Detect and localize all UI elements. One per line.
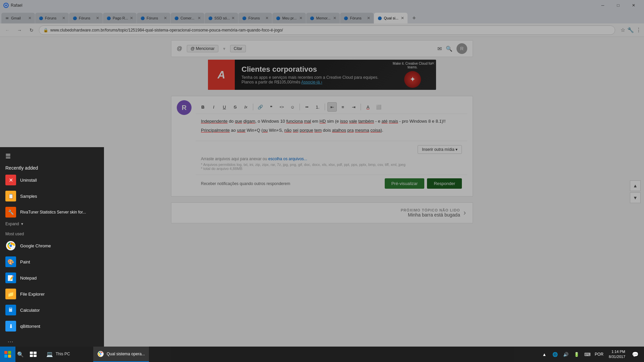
app-item-qbittorrent[interactable]: ⬇ qBittorrent — [0, 318, 104, 334]
paint-icon: 🎨 — [5, 256, 16, 267]
expand-chevron-icon: ▾ — [21, 222, 23, 226]
app-name-chrome: Google Chrome — [20, 243, 51, 248]
recently-added-label: Recently added — [0, 163, 104, 172]
hamburger-menu-icon[interactable]: ☰ — [5, 153, 11, 160]
app-item-uninstall[interactable]: ✕ Uninstall — [0, 172, 104, 188]
taskbar-app-chrome[interactable]: Qual sistema opera... — [93, 347, 149, 362]
win-logo-sq1 — [4, 351, 7, 354]
app-name-paint: Paint — [20, 259, 30, 264]
svg-rect-10 — [34, 355, 37, 357]
expand-button[interactable]: Expand ▾ — [0, 220, 104, 229]
win-logo-sq3 — [4, 355, 7, 358]
uninstall-icon: ✕ — [5, 175, 16, 185]
qbittorrent-icon: ⬇ — [5, 321, 16, 331]
network-icon[interactable]: 🌐 — [550, 350, 560, 359]
battery-icon[interactable]: 🔋 — [572, 350, 581, 359]
rivatuner-icon: 🔧 — [5, 207, 16, 218]
app-item-calc[interactable]: 🖩 Calculator — [0, 302, 104, 318]
app-item-notepad[interactable]: 📝 Notepad — [0, 270, 104, 286]
win-logo-sq2 — [8, 351, 11, 354]
expand-label: Expand — [5, 222, 19, 226]
start-menu: ☰ Recently added ✕ Uninstall 📋 Samples 🔧… — [0, 147, 104, 347]
chrome-taskbar-icon — [97, 351, 104, 357]
samples-icon: 📋 — [5, 191, 16, 201]
taskbar-search-icon[interactable]: 🔍 — [15, 347, 25, 362]
app-name-samples: Samples — [20, 194, 37, 199]
volume-icon[interactable]: 🔊 — [561, 350, 571, 359]
app-name-calc: Calculator — [20, 308, 40, 313]
start-button[interactable] — [0, 347, 15, 362]
svg-point-13 — [100, 353, 102, 355]
taskbar-clock: 1:14 PM 8/31/2017 — [606, 349, 628, 360]
start-menu-header: ☰ — [0, 147, 104, 163]
taskbar-apps: 💻 This PC Qual sistema opera... — [41, 347, 537, 362]
svg-rect-7 — [30, 352, 33, 354]
notepad-icon: 📝 — [5, 273, 16, 283]
app-name-qbittorrent: qBittorrent — [20, 324, 40, 329]
app-item-explorer[interactable]: 📁 File Explorer — [0, 286, 104, 302]
app-name-notepad: Notepad — [20, 276, 37, 281]
chrome-icon — [5, 240, 16, 251]
taskbar: 🔍 💻 This PC Qual si — [0, 347, 644, 362]
app-item-rivatuner[interactable]: 🔧 RivaTuner Statistics Server skin for..… — [0, 204, 104, 220]
svg-rect-8 — [34, 352, 37, 354]
taskbar-date: 8/31/2017 — [609, 354, 625, 359]
notification-center-button[interactable]: 💬 — [629, 347, 641, 362]
taskbar-time: 1:14 PM — [609, 349, 625, 354]
app-item-samples[interactable]: 📋 Samples — [0, 188, 104, 204]
taskbar-app-thispc[interactable]: 💻 This PC — [42, 347, 93, 362]
more-apps-icon: … — [5, 337, 13, 344]
thispc-icon: 💻 — [46, 351, 53, 357]
keyboard-icon[interactable]: ⌨ — [583, 350, 592, 359]
taskbar-chevron-icon[interactable]: ▲ — [540, 350, 549, 359]
app-name-explorer: File Explorer — [20, 292, 45, 297]
most-used-label: Most used — [0, 229, 104, 238]
app-item-paint[interactable]: 🎨 Paint — [0, 254, 104, 270]
app-item-more[interactable]: … — [0, 334, 104, 347]
app-name-uninstall: Uninstall — [20, 178, 37, 183]
taskbar-right-area: ▲ 🌐 🔊 🔋 ⌨ POR 1:14 PM 8/31/2017 💬 — [537, 347, 644, 362]
task-view-button[interactable] — [25, 347, 41, 362]
app-name-rivatuner: RivaTuner Statistics Server skin for... — [20, 210, 86, 215]
taskbar-app-label-thispc: This PC — [56, 352, 70, 356]
file-explorer-icon: 📁 — [5, 289, 16, 299]
taskbar-app-label-chrome: Qual sistema opera... — [107, 352, 145, 356]
calculator-icon: 🖩 — [5, 305, 16, 315]
windows-logo-icon — [4, 351, 11, 358]
app-item-chrome[interactable]: Google Chrome — [0, 238, 104, 254]
svg-rect-9 — [30, 355, 33, 357]
language-indicator[interactable]: POR — [593, 352, 605, 357]
win-logo-sq4 — [8, 355, 11, 358]
